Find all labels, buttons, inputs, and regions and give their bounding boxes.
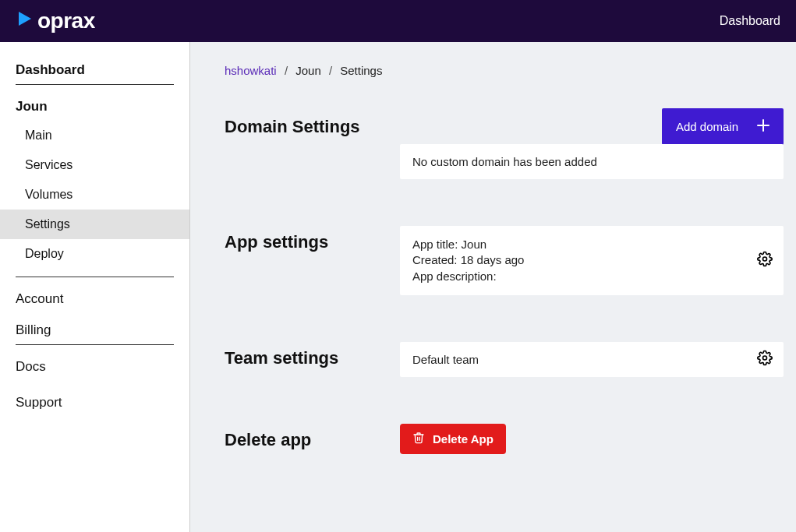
- sidebar: Dashboard Joun Main Services Volumes Set…: [0, 42, 190, 532]
- svg-point-0: [763, 257, 767, 261]
- trash-icon: [412, 432, 425, 446]
- section-delete: Delete app Delete App: [225, 424, 784, 454]
- top-bar: oprax Dashboard: [0, 0, 796, 42]
- section-team: Team settings Default team: [225, 342, 784, 377]
- topnav-dashboard[interactable]: Dashboard: [720, 14, 780, 28]
- breadcrumb-page: Settings: [340, 64, 382, 77]
- breadcrumb-sep: /: [329, 64, 332, 77]
- add-domain-button[interactable]: Add domain: [662, 108, 784, 145]
- sidebar-item-deploy[interactable]: Deploy: [16, 239, 174, 269]
- section-app: App settings App title: Joun Created: 18…: [225, 226, 784, 295]
- delete-app-label: Delete App: [433, 432, 494, 446]
- sidebar-support[interactable]: Support: [16, 381, 174, 417]
- team-name: Default team: [412, 353, 479, 366]
- section-title-app: App settings: [225, 226, 400, 252]
- section-domain: Domain Settings Add domain No custom dom…: [225, 108, 784, 179]
- section-title-team: Team settings: [225, 342, 400, 368]
- breadcrumb: hshowkati / Joun / Settings: [225, 64, 784, 77]
- play-icon: [16, 9, 34, 33]
- sidebar-dashboard[interactable]: Dashboard: [16, 53, 174, 85]
- brand-logo[interactable]: oprax: [16, 9, 95, 33]
- add-domain-label: Add domain: [676, 120, 738, 133]
- gear-icon: [757, 357, 773, 368]
- section-title-delete: Delete app: [225, 424, 400, 450]
- main-content: hshowkati / Joun / Settings Domain Setti…: [190, 42, 796, 532]
- breadcrumb-app[interactable]: Joun: [295, 64, 321, 77]
- app-settings-gear-button[interactable]: [757, 252, 773, 270]
- delete-app-button[interactable]: Delete App: [400, 424, 506, 454]
- app-description-line: App description:: [412, 269, 771, 284]
- sidebar-billing[interactable]: Billing: [16, 313, 174, 345]
- app-title-line: App title: Joun: [412, 237, 771, 252]
- breadcrumb-user[interactable]: hshowkati: [225, 64, 277, 77]
- domain-card: No custom domain has been added: [400, 144, 784, 179]
- breadcrumb-sep: /: [285, 64, 288, 77]
- plus-icon: [757, 119, 769, 134]
- sidebar-app-name[interactable]: Joun: [16, 85, 174, 121]
- sidebar-docs[interactable]: Docs: [16, 345, 174, 381]
- domain-empty-text: No custom domain has been added: [412, 155, 597, 168]
- sidebar-account[interactable]: Account: [16, 277, 174, 313]
- sidebar-item-volumes[interactable]: Volumes: [16, 180, 174, 210]
- team-settings-card: Default team: [400, 342, 784, 377]
- svg-point-1: [763, 356, 767, 360]
- sidebar-item-settings[interactable]: Settings: [0, 210, 189, 239]
- sidebar-item-services[interactable]: Services: [16, 150, 174, 180]
- app-created-line: Created: 18 days ago: [412, 252, 771, 268]
- brand-text: oprax: [37, 9, 95, 33]
- gear-icon: [757, 258, 773, 270]
- team-settings-gear-button[interactable]: [757, 351, 773, 368]
- section-title-domain: Domain Settings: [225, 117, 360, 137]
- app-settings-card: App title: Joun Created: 18 days ago App…: [400, 226, 784, 295]
- sidebar-item-main[interactable]: Main: [16, 121, 174, 150]
